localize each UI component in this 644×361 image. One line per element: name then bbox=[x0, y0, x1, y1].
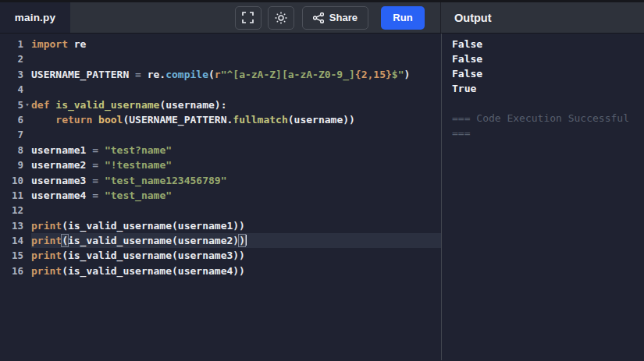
output-line: False bbox=[452, 66, 644, 81]
fullscreen-icon bbox=[242, 12, 254, 23]
share-button[interactable]: Share bbox=[302, 6, 368, 30]
code-line[interactable]: 14print(is_valid_username(username2)) bbox=[0, 233, 441, 248]
line-number: 16 bbox=[0, 264, 31, 278]
code-line[interactable]: 13print(is_valid_username(username1)) bbox=[0, 218, 441, 233]
code-lines: 1import re23USERNAME_PATTERN = re.compil… bbox=[0, 37, 441, 278]
fold-arrow-icon[interactable]: ▾ bbox=[23, 97, 31, 112]
brightness-icon bbox=[275, 12, 287, 24]
tab-main-py[interactable]: main.py bbox=[0, 2, 70, 33]
code-line[interactable]: 10username3 = "test_name123456789" bbox=[0, 173, 441, 188]
topbar: main.py bbox=[0, 0, 644, 34]
output-line: False bbox=[452, 51, 644, 66]
line-number: 4 bbox=[0, 82, 31, 97]
line-number: 1 bbox=[0, 37, 31, 51]
output-header: Output bbox=[441, 2, 644, 33]
output-line: False bbox=[452, 37, 644, 51]
line-number: 5▾ bbox=[0, 97, 31, 112]
code-line[interactable]: 1import re bbox=[0, 37, 441, 51]
code-line[interactable]: 3USERNAME_PATTERN = re.compile(r"^[a-zA-… bbox=[0, 67, 441, 82]
line-number: 6 bbox=[0, 112, 31, 127]
code-line[interactable]: 12 bbox=[0, 203, 441, 218]
editor-toolbar: main.py bbox=[0, 2, 441, 33]
code-line[interactable]: 4 bbox=[0, 82, 441, 97]
output-console: FalseFalseFalseTrue === Code Execution S… bbox=[442, 34, 644, 360]
code-line[interactable]: 6 return bool(USERNAME_PATTERN.fullmatch… bbox=[0, 112, 441, 127]
code-line[interactable]: 11username4 = "test_name" bbox=[0, 188, 441, 203]
theme-toggle-button[interactable] bbox=[268, 6, 294, 30]
run-button[interactable]: Run bbox=[381, 6, 425, 30]
output-panel-title: Output bbox=[454, 12, 492, 24]
share-nodes-icon bbox=[313, 12, 324, 23]
line-number: 2 bbox=[0, 51, 31, 66]
code-line[interactable]: 7 bbox=[0, 127, 441, 142]
execution-status: === Code Execution Successful === bbox=[452, 111, 644, 126]
output-line: True bbox=[452, 81, 644, 96]
line-number: 13 bbox=[0, 218, 31, 233]
line-number: 12 bbox=[0, 203, 31, 218]
line-number: 11 bbox=[0, 188, 31, 203]
line-number: 3 bbox=[0, 67, 31, 82]
share-label: Share bbox=[329, 12, 358, 23]
text-cursor bbox=[246, 235, 247, 246]
line-number: 8 bbox=[0, 143, 31, 157]
line-number: 14 bbox=[0, 233, 31, 248]
line-number: 10 bbox=[0, 173, 31, 188]
code-editor[interactable]: 1import re23USERNAME_PATTERN = re.compil… bbox=[0, 34, 441, 360]
code-line[interactable]: 15print(is_valid_username(username3)) bbox=[0, 248, 441, 263]
line-number: 7 bbox=[0, 127, 31, 142]
code-line[interactable]: 5▾def is_valid_username(username): bbox=[0, 97, 441, 112]
line-number: 9 bbox=[0, 157, 31, 172]
line-number: 15 bbox=[0, 248, 31, 263]
code-line[interactable]: 9username2 = "!testname" bbox=[0, 157, 441, 172]
code-line[interactable]: 16print(is_valid_username(username4)) bbox=[0, 264, 441, 278]
output-lines: FalseFalseFalseTrue bbox=[452, 37, 644, 96]
fullscreen-button[interactable] bbox=[235, 6, 262, 30]
main-area: 1import re23USERNAME_PATTERN = re.compil… bbox=[0, 34, 644, 360]
code-line[interactable]: 8username1 = "test?name" bbox=[0, 143, 441, 157]
code-line[interactable]: 2 bbox=[0, 51, 441, 66]
tab-label: main.py bbox=[15, 12, 55, 23]
